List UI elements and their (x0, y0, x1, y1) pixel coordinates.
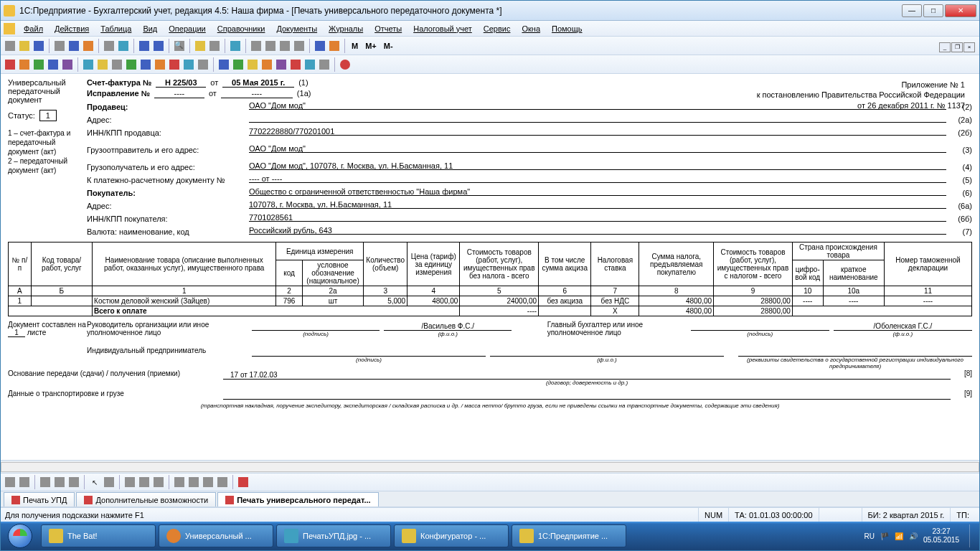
tb2-12-icon[interactable] (168, 58, 181, 71)
tab-print-universal[interactable]: Печать универсального передат... (217, 492, 378, 507)
menu-view[interactable]: Вид (137, 23, 163, 34)
tray-flag-icon[interactable]: 🏴 (880, 532, 889, 540)
system-tray[interactable]: RU 🏴 📶 🔊 23:2705.05.2015 (858, 524, 979, 547)
tab-additional[interactable]: Дополнительные возможности (76, 492, 216, 507)
menu-service[interactable]: Сервис (478, 23, 517, 34)
tb-calc-icon[interactable] (208, 39, 221, 52)
show-desktop[interactable] (969, 524, 974, 547)
tb-print-icon[interactable] (103, 39, 116, 52)
tb2-13-icon[interactable] (182, 58, 195, 71)
tb2-7-icon[interactable] (96, 58, 109, 71)
mdi-minimize[interactable]: _ (939, 42, 951, 52)
tb2-11-icon[interactable] (154, 58, 166, 71)
h-scrollbar[interactable] (1, 460, 979, 473)
table-row[interactable]: 1 Костюм деловой женский (Зайцев) 796шт … (9, 296, 972, 306)
menu-windows[interactable]: Окна (516, 23, 546, 34)
menu-directories[interactable]: Справочники (212, 23, 271, 34)
task-firefox[interactable]: Универсальный ... (159, 524, 273, 547)
th-sum: Стоимость товаров (работ, услуг), имущес… (460, 242, 539, 286)
bt-14-icon[interactable] (237, 476, 250, 489)
tb2-6-icon[interactable] (82, 58, 95, 71)
tb-preview-icon[interactable] (117, 39, 130, 52)
tb2-19-icon[interactable] (275, 58, 288, 71)
tb-book-icon[interactable] (328, 39, 341, 52)
tb2-9-icon[interactable] (125, 58, 138, 71)
bt-8-icon[interactable] (138, 476, 151, 489)
menu-help[interactable]: Помощь (546, 23, 588, 34)
menu-actions[interactable]: Действия (49, 23, 95, 34)
menu-tax[interactable]: Налоговый учет (407, 23, 478, 34)
bt-4-icon[interactable] (53, 476, 66, 489)
tb-mplus[interactable]: M+ (362, 42, 380, 50)
bt-3-icon[interactable] (39, 476, 52, 489)
tb-mminus[interactable]: M- (381, 42, 396, 50)
task-paint[interactable]: ПечатьУПД.jpg - ... (276, 524, 391, 547)
tb-find-icon[interactable]: 🔍 (173, 39, 186, 52)
bt-6-icon[interactable] (103, 476, 116, 489)
menu-table[interactable]: Таблица (95, 23, 137, 34)
menu-reports[interactable]: Отчеты (369, 23, 407, 34)
bt-2-icon[interactable] (18, 476, 31, 489)
bt-1-icon[interactable] (4, 476, 17, 489)
mdi-close[interactable]: × (963, 42, 975, 52)
minimize-button[interactable]: — (902, 4, 922, 17)
tb2-3-icon[interactable] (32, 58, 45, 71)
tb-help-icon[interactable] (229, 39, 242, 52)
task-thebat[interactable]: The Bat! (41, 524, 156, 547)
menu-file[interactable]: Файл (18, 23, 49, 34)
lang-indicator[interactable]: RU (864, 532, 874, 540)
tb-new-icon[interactable] (4, 39, 17, 52)
tb-save-icon[interactable] (32, 39, 45, 52)
clock[interactable]: 23:2705.05.2015 (923, 527, 959, 545)
tb2-4-icon[interactable] (47, 58, 60, 71)
tb2-14-icon[interactable] (197, 58, 209, 71)
tb-grid3-icon[interactable] (278, 39, 291, 52)
tray-sound-icon[interactable]: 🔊 (909, 532, 918, 540)
document-area[interactable]: Приложение № 1к постановлению Правительс… (1, 74, 979, 460)
tb-copy-icon[interactable] (67, 39, 80, 52)
tb2-22-icon[interactable] (318, 58, 331, 71)
tb-m[interactable]: M (349, 42, 361, 50)
bt-13-icon[interactable] (216, 476, 229, 489)
tb-grid1-icon[interactable] (250, 39, 263, 52)
bt-5-icon[interactable] (67, 476, 80, 489)
bt-arrow-icon[interactable]: ↖ (88, 476, 101, 489)
task-1c[interactable]: 1С:Предприятие ... (512, 524, 626, 547)
bt-9-icon[interactable] (152, 476, 165, 489)
menu-journals[interactable]: Журналы (323, 23, 369, 34)
menu-documents[interactable]: Документы (270, 23, 323, 34)
close-button[interactable]: ✕ (945, 4, 976, 17)
tb-grid4-icon[interactable] (293, 39, 306, 52)
tab-print-upd[interactable]: Печать УПД (4, 492, 75, 507)
tb2-stop-icon[interactable] (339, 58, 352, 71)
bt-12-icon[interactable] (202, 476, 215, 489)
bt-10-icon[interactable] (173, 476, 186, 489)
menu-operations[interactable]: Операции (163, 23, 211, 34)
tb2-2-icon[interactable] (18, 58, 31, 71)
tb2-15-icon[interactable] (217, 58, 230, 71)
tb-chart-icon[interactable] (314, 39, 326, 52)
task-configurator[interactable]: Конфигуратор - ... (394, 524, 509, 547)
tb-calendar-icon[interactable] (194, 39, 207, 52)
tb-grid2-icon[interactable] (264, 39, 277, 52)
tb2-20-icon[interactable] (289, 58, 302, 71)
tb2-18-icon[interactable] (260, 58, 273, 71)
bt-7-icon[interactable] (123, 476, 136, 489)
maximize-button[interactable]: □ (923, 4, 943, 17)
tb2-17-icon[interactable] (246, 58, 259, 71)
tb-redo-icon[interactable] (152, 39, 165, 52)
tb2-16-icon[interactable] (232, 58, 245, 71)
bt-11-icon[interactable] (187, 476, 200, 489)
start-button[interactable] (1, 522, 39, 550)
tb2-5-icon[interactable] (61, 58, 74, 71)
mdi-restore[interactable]: ❐ (951, 42, 963, 52)
tb-undo-icon[interactable] (138, 39, 151, 52)
tb-cut-icon[interactable] (53, 39, 66, 52)
tb2-10-icon[interactable] (139, 58, 152, 71)
tb2-1-icon[interactable] (4, 58, 17, 71)
tray-network-icon[interactable]: 📶 (895, 532, 903, 540)
tb2-21-icon[interactable] (303, 58, 316, 71)
tb-open-icon[interactable] (18, 39, 31, 52)
tb-paste-icon[interactable] (82, 39, 95, 52)
tb2-8-icon[interactable] (110, 58, 123, 71)
